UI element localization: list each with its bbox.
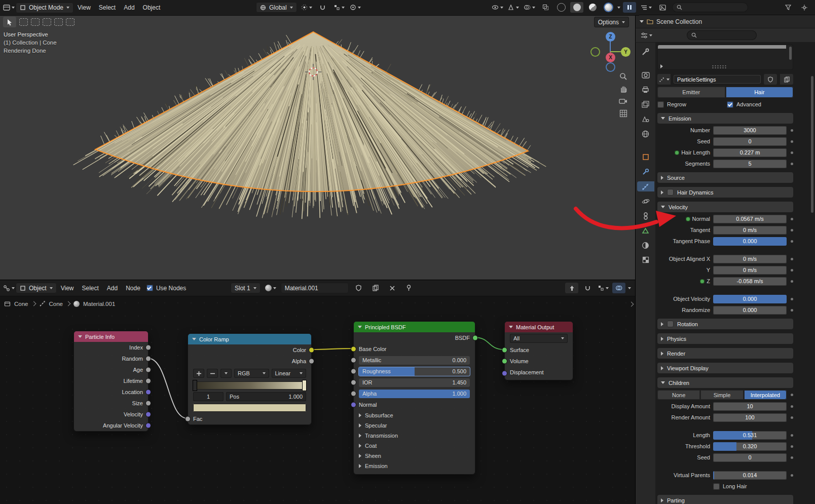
gizmos-button[interactable] xyxy=(507,2,520,13)
regrow-checkbox[interactable] xyxy=(657,101,664,108)
editor-type-selector[interactable] xyxy=(2,283,16,293)
menu-view[interactable]: View xyxy=(57,285,78,292)
long-hair-toggle[interactable]: Long Hair xyxy=(713,483,793,490)
tab-tool[interactable] xyxy=(638,47,653,57)
tab-modifiers[interactable] xyxy=(638,167,653,177)
outliner-tree[interactable]: Scene Collection xyxy=(635,15,815,28)
advanced-toggle[interactable]: Advanced xyxy=(727,101,793,108)
breadcrumb-material[interactable]: Material.001 xyxy=(83,301,115,307)
overlays-toggle-button[interactable] xyxy=(612,283,625,293)
animate-dot[interactable] xyxy=(791,240,793,243)
animate-dot[interactable] xyxy=(791,309,793,312)
socket-velocity[interactable] xyxy=(146,412,151,417)
editor-type-selector[interactable] xyxy=(2,3,16,13)
collapse-node-icon[interactable] xyxy=(78,335,82,338)
object-aligned-z-field[interactable]: -0.058 m/s xyxy=(713,277,787,286)
snap-target-button[interactable] xyxy=(597,283,610,293)
animate-dot[interactable] xyxy=(791,280,793,283)
length-slider[interactable]: 0.531 xyxy=(713,431,787,440)
collapse-node-icon[interactable] xyxy=(509,326,513,328)
display-amount-field[interactable]: 10 xyxy=(713,402,787,411)
socket-lifetime[interactable] xyxy=(146,379,151,383)
socket-color[interactable] xyxy=(309,348,314,353)
shading-material-button[interactable] xyxy=(586,2,599,13)
hair-cone-object[interactable] xyxy=(0,15,635,280)
regrow-toggle[interactable]: Regrow xyxy=(657,101,724,108)
snap-settings-button[interactable] xyxy=(332,2,346,13)
animate-dot[interactable] xyxy=(791,129,793,132)
panel-render-header[interactable]: Render xyxy=(657,348,793,359)
menu-node[interactable]: Node xyxy=(122,285,144,292)
socket-location[interactable] xyxy=(146,390,151,395)
interpolation-select[interactable]: Linear xyxy=(272,369,307,378)
xray-toggle-button[interactable] xyxy=(539,2,552,13)
tab-world[interactable] xyxy=(638,129,653,139)
axis-z-negative-ball[interactable] xyxy=(606,62,615,72)
select-mode-intersect-button[interactable] xyxy=(66,18,75,26)
collapse-node-icon[interactable] xyxy=(358,326,362,328)
animate-dot[interactable] xyxy=(791,405,793,408)
breadcrumb-data[interactable]: Cone xyxy=(49,301,63,307)
node-principled-bsdf[interactable]: Principled BSDF BSDF Base Color Metallic… xyxy=(353,321,475,475)
animate-dot[interactable] xyxy=(791,269,793,272)
normal-velocity-field[interactable]: 0.0567 m/s xyxy=(713,215,787,223)
alpha-slider[interactable]: Alpha1.000 xyxy=(359,390,470,398)
select-mode-new-button[interactable] xyxy=(19,18,28,26)
animate-dot[interactable] xyxy=(791,445,793,448)
shading-solid-button[interactable] xyxy=(570,2,583,13)
tangent-phase-slider[interactable]: 0.000 xyxy=(713,237,787,246)
tab-object-data[interactable] xyxy=(638,225,653,236)
menu-object[interactable]: Object xyxy=(139,4,165,11)
animate-dot[interactable] xyxy=(791,140,793,143)
shading-wireframe-button[interactable] xyxy=(554,2,568,13)
node-header[interactable]: Particle Info xyxy=(74,331,148,342)
animate-dot[interactable] xyxy=(791,258,793,260)
add-stop-button[interactable] xyxy=(193,369,204,378)
socket-displacement[interactable] xyxy=(502,371,507,376)
panel-transmission[interactable]: Transmission xyxy=(354,431,475,441)
active-particle-system-row[interactable] xyxy=(658,45,786,49)
animate-dot[interactable] xyxy=(791,394,793,396)
fake-user-shield-button[interactable] xyxy=(764,74,777,85)
menu-select[interactable]: Select xyxy=(78,285,102,292)
tab-material[interactable] xyxy=(638,240,653,250)
children-seed-field[interactable]: 0 xyxy=(713,453,787,462)
tab-scene[interactable] xyxy=(638,114,653,124)
tab-particles[interactable] xyxy=(637,181,654,191)
ramp-options-button[interactable] xyxy=(220,369,232,378)
expand-icon[interactable] xyxy=(640,20,644,23)
socket-base-color[interactable] xyxy=(351,347,356,352)
stop-position-field[interactable]: Pos 1.000 xyxy=(226,392,306,401)
panel-specular[interactable]: Specular xyxy=(354,420,475,431)
panel-coat[interactable]: Coat xyxy=(354,441,475,451)
axis-y-negative-ball[interactable] xyxy=(590,47,600,57)
node-header[interactable]: Material Output xyxy=(505,322,573,332)
select-mode-subtract-button[interactable] xyxy=(43,18,51,26)
rotation-checkbox[interactable] xyxy=(667,321,674,327)
tab-hair[interactable]: Hair xyxy=(726,87,794,98)
socket-fac[interactable] xyxy=(186,417,190,421)
tangent-field[interactable]: 0 m/s xyxy=(713,226,787,235)
use-nodes-checkbox[interactable] xyxy=(146,285,153,291)
socket-random[interactable] xyxy=(146,357,151,361)
animate-dot[interactable] xyxy=(791,218,793,220)
tab-object[interactable] xyxy=(638,152,653,162)
socket-angular-velocity[interactable] xyxy=(146,423,151,428)
pause-render-button[interactable] xyxy=(623,2,636,13)
zoom-tool-icon[interactable] xyxy=(619,72,627,81)
particle-systems-list[interactable] xyxy=(657,45,793,70)
randomize-field[interactable]: 0.000 xyxy=(713,306,787,315)
panel-velocity-header[interactable]: Velocity xyxy=(657,202,793,212)
tab-output[interactable] xyxy=(638,85,653,95)
panel-source-header[interactable]: Source xyxy=(657,172,793,183)
orthographic-grid-icon[interactable] xyxy=(619,109,627,118)
children-mode-simple[interactable]: Simple xyxy=(700,390,743,400)
socket-alpha[interactable] xyxy=(309,359,314,364)
collapse-node-icon[interactable] xyxy=(192,338,196,340)
axis-z-ball[interactable]: Z xyxy=(606,32,615,42)
menu-view[interactable]: View xyxy=(73,4,95,11)
slot-select[interactable]: Slot 1 xyxy=(231,283,261,293)
fake-user-shield-button[interactable] xyxy=(352,283,365,293)
pivot-point-button[interactable] xyxy=(300,2,313,13)
shader-editor[interactable]: Object View Select Add Node Use Nodes Sl… xyxy=(0,280,635,504)
